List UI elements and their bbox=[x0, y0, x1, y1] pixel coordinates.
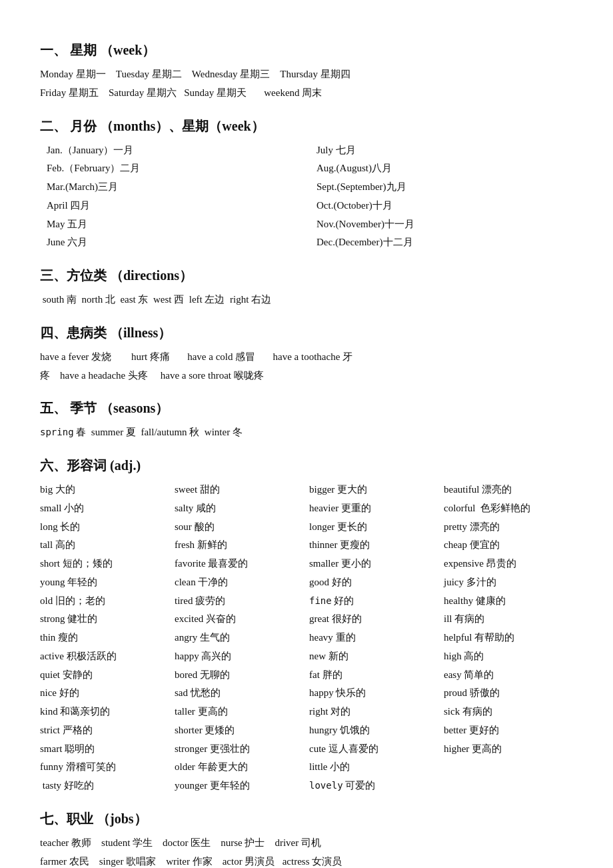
adj-bigger: bigger 更大的 bbox=[309, 481, 438, 499]
adj-easy: easy 简单的 bbox=[444, 666, 573, 685]
month-aug: Aug.(August)八月 bbox=[316, 159, 573, 178]
week-line-2: Friday 星期五 Saturday 星期六 Sunday 星期天 weeke… bbox=[40, 84, 573, 103]
adj-empty2 bbox=[444, 777, 573, 795]
adj-happy: happy 高兴的 bbox=[175, 647, 304, 666]
jobs-content: teacher 教师 student 学生 doctor 医生 nurse 护士… bbox=[40, 834, 573, 868]
adj-smaller: smaller 更小的 bbox=[309, 555, 438, 573]
adj-strong: strong 健壮的 bbox=[40, 610, 169, 629]
adj-fresh: fresh 新鲜的 bbox=[175, 536, 304, 555]
adj-juicy: juicy 多汁的 bbox=[444, 573, 573, 592]
adj-funny: funny 滑稽可笑的 bbox=[40, 758, 169, 777]
adj-short: short 短的；矮的 bbox=[40, 555, 169, 573]
month-sep: Sept.(September)九月 bbox=[316, 178, 573, 197]
section-title-week: 一、 星期 （week） bbox=[40, 39, 573, 61]
section-seasons: 五、 季节 （seasons） spring 春 summer 夏 fall/a… bbox=[40, 397, 573, 442]
adj-beautiful: beautiful 漂亮的 bbox=[444, 481, 573, 499]
adj-good: good 好的 bbox=[309, 573, 438, 592]
jobs-line-1: teacher 教师 student 学生 doctor 医生 nurse 护士… bbox=[40, 834, 573, 853]
adj-healthy: healthy 健康的 bbox=[444, 592, 573, 611]
adj-proud: proud 骄傲的 bbox=[444, 684, 573, 703]
adj-older: older 年龄更大的 bbox=[175, 758, 304, 777]
illness-throat: have a sore throat 喉咙疼 bbox=[161, 370, 264, 381]
adj-young: young 年轻的 bbox=[40, 573, 169, 592]
directions-content: south 南 north 北 east 东 west 西 left 左边 ri… bbox=[40, 291, 573, 309]
adj-fine: fine 好的 bbox=[309, 592, 438, 611]
adj-salty: salty 咸的 bbox=[175, 499, 304, 518]
adj-ill: ill 有病的 bbox=[444, 610, 573, 629]
adj-empty1 bbox=[444, 758, 573, 777]
adj-tired: tired 疲劳的 bbox=[175, 592, 304, 611]
adj-expensive: expensive 昂贵的 bbox=[444, 555, 573, 573]
adj-higher: higher 更高的 bbox=[444, 740, 573, 759]
adj-better: better 更好的 bbox=[444, 721, 573, 740]
adj-younger: younger 更年轻的 bbox=[175, 777, 304, 795]
adj-cheap: cheap 便宜的 bbox=[444, 536, 573, 555]
adj-heavier: heavier 更重的 bbox=[309, 499, 438, 518]
section-title-months: 二、 月份 （months）、星期（week） bbox=[40, 115, 573, 137]
adj-long: long 长的 bbox=[40, 518, 169, 537]
section-directions: 三、方位类 （directions） south 南 north 北 east … bbox=[40, 264, 573, 309]
illness-fever: have a fever 发烧 bbox=[40, 351, 111, 362]
adj-strict: strict 严格的 bbox=[40, 721, 169, 740]
section-title-seasons: 五、 季节 （seasons） bbox=[40, 397, 573, 419]
adj-stronger: stronger 更强壮的 bbox=[175, 740, 304, 759]
adj-heavy: heavy 重的 bbox=[309, 629, 438, 647]
month-oct: Oct.(October)十月 bbox=[316, 197, 573, 215]
section-title-illness: 四、患病类 （illness） bbox=[40, 321, 573, 344]
adj-quiet: quiet 安静的 bbox=[40, 666, 169, 685]
months-right: July 七月 Aug.(August)八月 Sept.(September)九… bbox=[316, 141, 573, 253]
adj-right: right 对的 bbox=[309, 703, 438, 721]
section-title-directions: 三、方位类 （directions） bbox=[40, 264, 573, 287]
page-container: 一、 星期 （week） Monday 星期一 Tuesday 星期二 Wedn… bbox=[40, 39, 573, 868]
adj-active: active 积极活跃的 bbox=[40, 647, 169, 666]
illness-toothache-end: 疼 bbox=[40, 370, 50, 381]
adj-happy2: happy 快乐的 bbox=[309, 684, 438, 703]
illness-hurt: hurt 疼痛 bbox=[131, 351, 170, 362]
adj-lovely: lovely 可爱的 bbox=[309, 777, 438, 795]
adj-col4: beautiful 漂亮的 colorful 色彩鲜艳的 pretty 漂亮的 … bbox=[444, 481, 573, 795]
section-title-adjectives: 六、形容词 (adj.) bbox=[40, 454, 573, 477]
adj-sad: sad 忧愁的 bbox=[175, 684, 304, 703]
adj-clean: clean 干净的 bbox=[175, 573, 304, 592]
section-week: 一、 星期 （week） Monday 星期一 Tuesday 星期二 Wedn… bbox=[40, 39, 573, 103]
adj-great: great 很好的 bbox=[309, 610, 438, 629]
adjectives-grid: big 大的 small 小的 long 长的 tall 高的 short 短的… bbox=[40, 481, 573, 795]
month-jun: June 六月 bbox=[47, 233, 303, 252]
adj-tall: tall 高的 bbox=[40, 536, 169, 555]
week-content: Monday 星期一 Tuesday 星期二 Wednesday 星期三 Thu… bbox=[40, 65, 573, 103]
adj-small: small 小的 bbox=[40, 499, 169, 518]
adj-colorful: colorful 色彩鲜艳的 bbox=[444, 499, 573, 518]
adj-shorter: shorter 更矮的 bbox=[175, 721, 304, 740]
adj-kind: kind 和蔼亲切的 bbox=[40, 703, 169, 721]
illness-toothache: have a toothache 牙 bbox=[273, 351, 353, 362]
adj-angry: angry 生气的 bbox=[175, 629, 304, 647]
adj-col1: big 大的 small 小的 long 长的 tall 高的 short 短的… bbox=[40, 481, 169, 795]
adj-pretty: pretty 漂亮的 bbox=[444, 518, 573, 537]
adj-nice: nice 好的 bbox=[40, 684, 169, 703]
adj-favorite: favorite 最喜爱的 bbox=[175, 555, 304, 573]
adj-longer: longer 更长的 bbox=[309, 518, 438, 537]
adj-high: high 高的 bbox=[444, 647, 573, 666]
illness-content: have a fever 发烧 hurt 疼痛 have a cold 感冒 h… bbox=[40, 348, 573, 385]
adj-excited: excited 兴奋的 bbox=[175, 610, 304, 629]
adj-col3: bigger 更大的 heavier 更重的 longer 更长的 thinne… bbox=[309, 481, 438, 795]
adj-sour: sour 酸的 bbox=[175, 518, 304, 537]
adj-hungry: hungry 饥饿的 bbox=[309, 721, 438, 740]
section-adjectives: 六、形容词 (adj.) big 大的 small 小的 long 长的 tal… bbox=[40, 454, 573, 795]
adj-little: little 小的 bbox=[309, 758, 438, 777]
week-line-1: Monday 星期一 Tuesday 星期二 Wednesday 星期三 Thu… bbox=[40, 65, 573, 84]
adj-sick: sick 有病的 bbox=[444, 703, 573, 721]
section-title-jobs: 七、职业 （jobs） bbox=[40, 807, 573, 830]
illness-headache: have a headache 头疼 bbox=[60, 370, 148, 381]
adj-thin: thin 瘦的 bbox=[40, 629, 169, 647]
adj-cute: cute 逗人喜爱的 bbox=[309, 740, 438, 759]
months-grid: Jan.（January）一月 Feb.（February）二月 Mar.(Ma… bbox=[47, 141, 573, 253]
month-mar: Mar.(March)三月 bbox=[47, 178, 303, 197]
seasons-content: spring 春 summer 夏 fall/autumn 秋 winter 冬 bbox=[40, 423, 573, 442]
adj-col2: sweet 甜的 salty 咸的 sour 酸的 fresh 新鲜的 favo… bbox=[175, 481, 304, 795]
month-feb: Feb.（February）二月 bbox=[47, 159, 303, 178]
adj-thinner: thinner 更瘦的 bbox=[309, 536, 438, 555]
jobs-line-2: farmer 农民 singer 歌唱家 writer 作家 actor 男演员… bbox=[40, 853, 573, 869]
adj-fat: fat 胖的 bbox=[309, 666, 438, 685]
month-jan: Jan.（January）一月 bbox=[47, 141, 303, 160]
